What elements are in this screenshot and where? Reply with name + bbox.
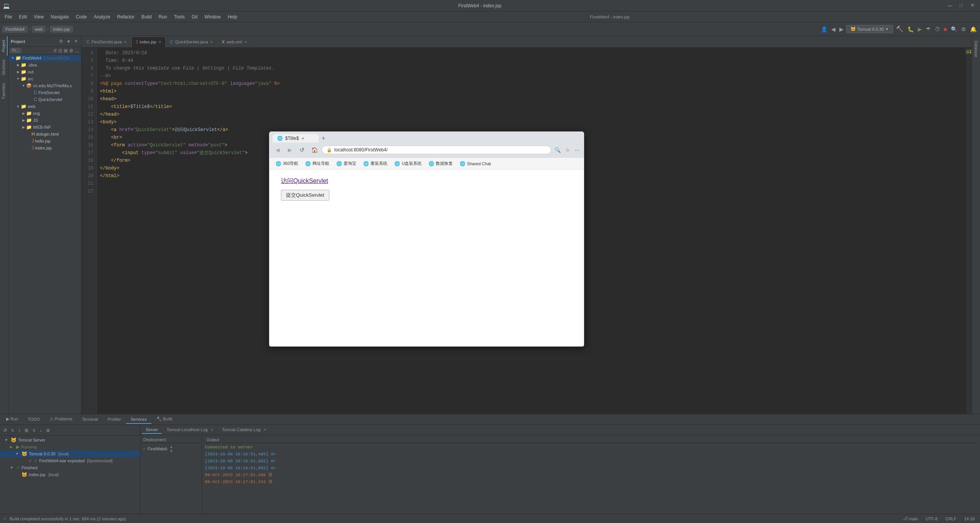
browser-back-btn[interactable]: ◀ <box>272 145 282 155</box>
toolbar-debug-btn[interactable]: 🐛 <box>906 25 915 33</box>
tab-services[interactable]: Services <box>126 415 151 424</box>
dots-icon[interactable]: … <box>75 48 80 53</box>
first-servlet-file[interactable]: C FirstServlet <box>8 89 81 96</box>
address-bar[interactable]: 🔒 localhost:8080/FirstWeb4/ <box>322 146 551 154</box>
toolbar-search-btn[interactable]: 🔍 <box>950 25 958 33</box>
database-tab[interactable]: Database <box>973 38 979 60</box>
dologin-file[interactable]: H dologin.html <box>8 131 81 138</box>
tomcat-run-config[interactable]: 🐱 Tomcat 9.0.30 ▼ <box>846 25 893 33</box>
bookmark-taobao[interactable]: 🌐 爱淘宝 <box>333 159 359 168</box>
menu-build[interactable]: Build <box>138 13 155 21</box>
bookmark-shared-chat[interactable]: 🌐 Shared Chat <box>457 160 494 168</box>
tomcat-server-item[interactable]: ▼ 🐱 Tomcat Server <box>0 437 140 443</box>
menu-git[interactable]: Git <box>189 13 201 21</box>
hello-file[interactable]: J hello.jsp <box>8 138 81 144</box>
browser-tab-close-btn[interactable]: ✕ <box>301 136 304 141</box>
bookmark-web-nav[interactable]: 🌐 网址导航 <box>302 159 332 168</box>
project-tab[interactable]: Pr... <box>10 48 22 53</box>
toolbar-run-btn[interactable]: ▶ <box>917 25 923 33</box>
bookmark-recovery[interactable]: 🌐 数据恢复 <box>425 159 456 168</box>
visit-link[interactable]: 访问QuickServlet <box>281 177 572 185</box>
bookmark-reinstall[interactable]: 🌐 重装系统 <box>360 159 390 168</box>
menu-analyze[interactable]: Analyze <box>91 13 113 21</box>
menu-refactor[interactable]: Refactor <box>114 13 138 21</box>
out-folder[interactable]: ▶ 📁 out <box>8 68 81 75</box>
bookmark-udisk[interactable]: 🌐 U盘装系统 <box>391 159 425 168</box>
toolbar-web[interactable]: web <box>32 26 46 33</box>
index-local-item[interactable]: 🐱 index.jsp [local] <box>0 471 140 478</box>
toolbar-forward-btn[interactable]: ▶ <box>838 25 845 33</box>
tab-close-FirstServlet[interactable]: ✕ <box>124 40 127 44</box>
menu-code[interactable]: Code <box>73 13 90 21</box>
line-col-btn[interactable]: 14:18 <box>962 516 977 522</box>
toolbar-vcs-icon[interactable]: 👤 <box>820 25 829 33</box>
firstweb4-deployed-item[interactable]: ✓ ✓ FirstWeb4:war exploded [Synchronized… <box>0 457 140 464</box>
toolbar-notifications-btn[interactable]: 🔔 <box>969 25 978 33</box>
encoding-btn[interactable]: UTF-8 <box>924 516 940 522</box>
server-tab[interactable]: Server <box>142 426 162 434</box>
tomcat-catalina-log-tab[interactable]: Tomcat Catalina Log ✕ <box>218 426 270 434</box>
tab-problems[interactable]: ⚠ Problems <box>45 415 77 424</box>
tab-build[interactable]: 🔨 Build <box>152 415 177 424</box>
toolbar-profile-btn[interactable]: ⏱ <box>933 25 941 33</box>
toolbar-project-dropdown[interactable]: FirstWeb4 <box>2 26 28 33</box>
maximize-icon[interactable]: □ <box>957 2 965 9</box>
running-item[interactable]: ▶ ▶ Running <box>0 443 140 450</box>
src-folder[interactable]: ▼ 📁 src <box>8 75 81 82</box>
tab-close-QuickServlet[interactable]: ✕ <box>210 40 213 44</box>
webinf-folder[interactable]: ▶ 📁 WEB-INF <box>8 124 81 131</box>
sync-icon[interactable]: ↺ <box>53 48 57 53</box>
toolbar-settings-btn[interactable]: ⚙ <box>960 25 967 33</box>
menu-view[interactable]: View <box>31 13 47 21</box>
scroll-icon[interactable]: ⊡ <box>58 48 62 53</box>
browser-zoom-btn[interactable]: 🔍 <box>553 146 562 154</box>
tab-webxml[interactable]: X web.xml ✕ <box>218 37 251 47</box>
services-list-btn[interactable]: ≡ <box>10 427 15 434</box>
tab-profiler[interactable]: Profiler <box>103 415 126 424</box>
services-refresh-btn[interactable]: ↺ <box>2 427 8 434</box>
menu-help[interactable]: Help <box>225 13 241 21</box>
toolbar-stop-btn[interactable]: ■ <box>943 25 948 33</box>
browser-star-btn[interactable]: ☆ <box>564 146 571 154</box>
project-tool-btn[interactable]: Project <box>0 36 8 56</box>
favorites-tool-btn[interactable]: Favorites <box>0 79 8 103</box>
browser-new-tab-btn[interactable]: + <box>319 134 327 143</box>
filter-icon[interactable]: ⚙ <box>69 48 73 53</box>
deploy-down-arrow[interactable]: ▼ <box>169 449 173 453</box>
minimize-icon[interactable]: ─ <box>945 2 954 9</box>
index-jsp-file[interactable]: J index.jsp <box>8 144 81 151</box>
web-folder[interactable]: ▼ 📁 web <box>8 103 81 110</box>
img-folder[interactable]: ▶ 📁 img <box>8 110 81 117</box>
menu-tools[interactable]: Tools <box>171 13 188 21</box>
tomcat-log-close[interactable]: ✕ <box>210 428 213 432</box>
js-folder[interactable]: ▶ 📁 JS <box>8 117 81 124</box>
toolbar-make-btn[interactable]: 🔨 <box>895 24 905 34</box>
toolbar-back-btn[interactable]: ◀ <box>830 25 837 33</box>
project-gear-btn[interactable]: ⚙ <box>58 38 64 44</box>
idea-folder[interactable]: ▶ 📁 .idea <box>8 61 81 68</box>
tree-root[interactable]: ▼ 📁 FirstWeb4 C:\Users\86156 <box>8 55 81 61</box>
tab-FirstServlet[interactable]: C FirstServlet.java ✕ <box>82 37 131 47</box>
tab-todo[interactable]: TODO <box>23 415 45 424</box>
toolbar-coverage-btn[interactable]: ☂ <box>925 25 932 33</box>
services-grid-btn[interactable]: ⊞ <box>23 427 30 434</box>
browser-home-btn[interactable]: 🏠 <box>309 145 319 155</box>
deployment-item-1[interactable]: ✓ FirstWeb4: ▲ ▼ <box>142 444 200 454</box>
project-collapse-btn[interactable]: ▼ <box>65 38 72 44</box>
browser-refresh-btn[interactable]: ↺ <box>297 145 307 155</box>
services-add-btn[interactable]: ⊕ <box>45 427 51 434</box>
deploy-up-arrow[interactable]: ▲ <box>169 445 173 449</box>
tab-run[interactable]: ▶ Run <box>2 415 23 424</box>
services-scroll-btn[interactable]: ↓ <box>38 427 43 434</box>
package-folder[interactable]: ▼ 📦 cn.edu.MyITHeiMa.s <box>8 82 81 89</box>
tab-close-webxml[interactable]: ✕ <box>244 40 247 44</box>
menu-run[interactable]: Run <box>156 13 170 21</box>
bookmark-360[interactable]: 🌐 360导航 <box>272 159 301 168</box>
menu-edit[interactable]: Edit <box>16 13 30 21</box>
finished-item[interactable]: ▼ ✓ Finished <box>0 464 140 471</box>
tab-indexjsp[interactable]: J index.jsp ✕ <box>131 37 166 47</box>
services-updown-btn[interactable]: ↕ <box>17 427 22 434</box>
menu-navigate[interactable]: Navigate <box>48 13 72 21</box>
tab-close-indexjsp[interactable]: ✕ <box>158 40 161 44</box>
tomcat-local-item[interactable]: ▼ 🐱 Tomcat 9.0.30 [local] <box>0 450 140 457</box>
